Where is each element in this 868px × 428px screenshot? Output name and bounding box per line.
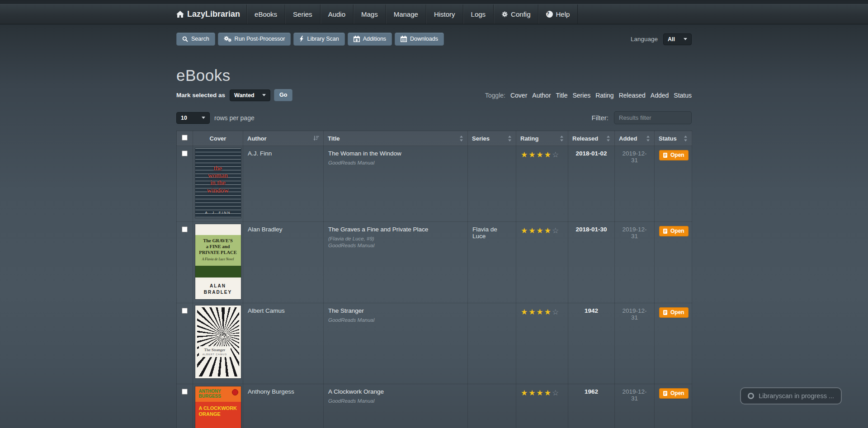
search-icon — [182, 36, 188, 42]
additions-button[interactable]: Additions — [348, 33, 392, 46]
star-filled-icon: ★ — [544, 226, 552, 235]
sort-icon[interactable] — [508, 136, 512, 141]
open-button[interactable]: Open — [659, 388, 689, 399]
open-button[interactable]: Open — [659, 226, 689, 236]
table-row: The Stranger ALBERT CAMUS Albert Camus T… — [177, 303, 692, 384]
rows-per-page-label: rows per page — [214, 114, 255, 122]
sort-icon[interactable] — [560, 136, 564, 141]
toggle-released[interactable]: Released — [619, 92, 646, 99]
nav-item-config[interactable]: Config — [493, 5, 538, 24]
nav-item-mags[interactable]: Mags — [353, 5, 386, 24]
book-source: GoodReads Manual — [328, 160, 463, 165]
header-cover: Cover — [193, 131, 243, 146]
author-cell: Anthony Burgess — [243, 384, 324, 428]
brand-label: LazyLibrarian — [187, 9, 240, 19]
select-all-checkbox[interactable] — [182, 135, 188, 141]
book-source: GoodReads Manual — [328, 398, 463, 404]
nav-item-manage[interactable]: Manage — [386, 5, 426, 24]
header-title[interactable]: Title — [324, 131, 468, 146]
nav-item-series[interactable]: Series — [285, 5, 320, 24]
book-icon — [663, 229, 668, 234]
book-title-link[interactable]: The Stranger — [328, 307, 364, 314]
results-filter-input[interactable] — [614, 111, 692, 124]
downloads-button[interactable]: Downloads — [395, 33, 444, 46]
added-cell: 2019-12-31 — [615, 303, 655, 384]
header-added[interactable]: Added — [615, 131, 655, 146]
run-post-processor-button[interactable]: Run Post-Processor — [218, 33, 291, 46]
book-source: GoodReads Manual — [328, 317, 463, 323]
star-filled-icon: ★ — [537, 151, 544, 159]
author-cell: Albert Camus — [243, 303, 324, 384]
table-header-row: Cover Author Title Series Rating Release… — [177, 131, 692, 146]
gear-icon — [501, 11, 508, 18]
nav-item-ebooks[interactable]: eBooks — [246, 5, 285, 24]
row-checkbox[interactable] — [182, 308, 188, 314]
header-released[interactable]: Released — [568, 131, 615, 146]
go-button[interactable]: Go — [274, 89, 292, 101]
row-checkbox[interactable] — [182, 151, 188, 156]
star-filled-icon: ★ — [537, 308, 544, 316]
series-cell: Flavia de Luce — [468, 222, 516, 303]
toggle-series[interactable]: Series — [573, 92, 591, 99]
book-cover[interactable]: The Stranger ALBERT CAMUS — [195, 306, 241, 378]
book-source: GoodReads Manual — [328, 243, 463, 248]
header-rating[interactable]: Rating — [516, 131, 568, 146]
search-button[interactable]: Search — [176, 33, 215, 46]
home-icon — [176, 11, 184, 18]
library-scan-button[interactable]: Library Scan — [293, 33, 344, 46]
libraryscan-toast: Libraryscan in progress ... — [740, 387, 842, 404]
header-series[interactable]: Series — [468, 131, 516, 146]
cogs-icon — [224, 36, 231, 42]
cover-badge — [232, 389, 238, 395]
series-cell — [468, 384, 516, 428]
star-filled-icon: ★ — [544, 308, 552, 316]
header-status[interactable]: Status — [655, 131, 692, 146]
sort-icon[interactable] — [684, 136, 688, 141]
nav-item-audio[interactable]: Audio — [320, 5, 353, 24]
book-title-link[interactable]: The Woman in the Window — [328, 150, 401, 157]
sort-icon[interactable] — [459, 136, 463, 141]
language-select[interactable]: All — [663, 33, 692, 45]
toggle-author[interactable]: Author — [532, 92, 551, 99]
book-title-link[interactable]: A Clockwork Orange — [328, 388, 384, 395]
toggle-title[interactable]: Title — [556, 92, 568, 99]
brand-link[interactable]: LazyLibrarian — [176, 5, 240, 24]
star-filled-icon: ★ — [521, 151, 528, 159]
book-cover[interactable]: The GRAVE'S a FINE and PRIVATE PLACE A F… — [195, 224, 241, 299]
open-button[interactable]: Open — [659, 307, 689, 318]
toggle-rating[interactable]: Rating — [595, 92, 613, 99]
row-checkbox[interactable] — [182, 226, 188, 232]
toggle-added[interactable]: Added — [651, 92, 669, 99]
header-author[interactable]: Author — [243, 131, 324, 146]
page-title: eBooks — [176, 66, 692, 85]
book-title-link[interactable]: The Graves a Fine and Private Place — [328, 226, 428, 233]
nav-item-logs[interactable]: Logs — [463, 5, 494, 24]
sort-icon[interactable] — [646, 136, 650, 141]
nav-item-history[interactable]: History — [426, 5, 463, 24]
action-toolbar: Search Run Post-Processor Library Scan A… — [176, 33, 692, 46]
star-empty-icon: ☆ — [552, 389, 560, 397]
author-cell: A.J. Finn — [243, 146, 324, 222]
sort-icon[interactable] — [606, 136, 610, 141]
open-button[interactable]: Open — [659, 150, 689, 160]
calendar-icon — [401, 36, 407, 42]
rows-per-page-select[interactable]: 10 — [176, 112, 210, 124]
calendar-plus-icon — [354, 36, 360, 42]
star-filled-icon: ★ — [537, 389, 544, 397]
rating-stars: ★★★★☆ — [521, 308, 560, 316]
mark-status-select[interactable]: Wanted — [230, 89, 270, 101]
toggle-status[interactable]: Status — [674, 92, 692, 99]
row-checkbox[interactable] — [182, 389, 188, 395]
book-cover[interactable]: ANTHONY BURGESS A CLOCKWORK ORANGE — [195, 386, 241, 428]
author-cell: Alan Bradley — [243, 222, 324, 303]
book-cover[interactable]: the woman in the window A. J. FINN — [195, 148, 241, 218]
sort-amount-icon[interactable] — [313, 136, 319, 141]
star-filled-icon: ★ — [528, 226, 536, 235]
caret-down-icon — [262, 94, 266, 96]
added-cell: 2019-12-31 — [615, 146, 655, 222]
toggle-label: Toggle: — [485, 92, 505, 99]
star-filled-icon: ★ — [521, 308, 528, 316]
toggle-cover[interactable]: Cover — [510, 92, 527, 99]
star-filled-icon: ★ — [528, 389, 536, 397]
nav-item-help[interactable]: Help — [538, 5, 577, 24]
